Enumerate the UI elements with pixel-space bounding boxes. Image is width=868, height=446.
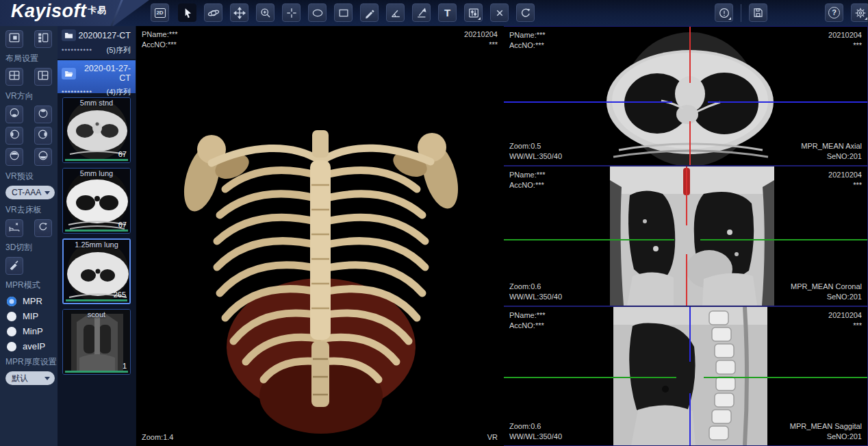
- axial-patient-overlay: PName:*** AccNO:***: [509, 30, 546, 51]
- sagittal-v-crosshair-top[interactable]: [689, 307, 691, 362]
- pan-button[interactable]: [230, 3, 248, 22]
- layout-single-button[interactable]: [5, 30, 23, 48]
- axial-v-crosshair-top[interactable]: [689, 27, 691, 83]
- rect-roi-button[interactable]: [334, 3, 353, 22]
- delete-annotation-button[interactable]: [490, 3, 509, 22]
- help-button[interactable]: ?: [825, 3, 843, 22]
- vr-direction-label: VR方向: [5, 90, 52, 102]
- layout-split-1-2-button[interactable]: [34, 68, 52, 86]
- vr-back-button[interactable]: [34, 106, 52, 123]
- mpr-mode-radio-minp[interactable]: MinP: [7, 326, 52, 336]
- series-number-text: SeNO:201: [791, 292, 862, 302]
- axial-h-crosshair-right[interactable]: [708, 101, 867, 103]
- mpr-coronal-viewport[interactable]: PName:*** AccNO:*** 20210204 *** Zoom:0.…: [503, 166, 868, 306]
- layout-thumbnails-button[interactable]: [34, 30, 52, 48]
- vr-right-button[interactable]: [34, 127, 52, 145]
- bed-reset-button[interactable]: [34, 219, 52, 237]
- series-number-text: SeNO:201: [801, 151, 862, 162]
- view-name-text: MPR_MEAN Coronal: [791, 282, 862, 292]
- ellipse-roi-button[interactable]: [308, 3, 327, 22]
- layout-grid-2x2-button[interactable]: [5, 68, 23, 86]
- mpr-axial-viewport[interactable]: PName:*** AccNO:*** 20210204 *** Zoom:0.…: [503, 26, 868, 166]
- zoom-text: Zoom:0.6: [509, 421, 562, 432]
- text-annotation-button[interactable]: T: [438, 3, 457, 22]
- cobb-angle-button[interactable]: [412, 3, 431, 22]
- settings-button[interactable]: [851, 3, 868, 22]
- window-level-button[interactable]: [464, 3, 483, 22]
- pname-text: PName:***: [142, 29, 178, 40]
- reset-button[interactable]: [516, 3, 535, 22]
- accno-text: AccNO:***: [509, 321, 546, 331]
- coronal-v-crosshair-bottom[interactable]: [686, 254, 687, 306]
- series-count: (5)序列: [107, 45, 131, 55]
- thumbnail-label: 5mm stnd: [63, 99, 130, 107]
- scalpel-button[interactable]: [5, 257, 23, 275]
- axial-v-crosshair-bottom[interactable]: [689, 121, 691, 165]
- vr-preset-dropdown[interactable]: CT-AAA: [5, 186, 55, 199]
- series-count: (4)序列: [107, 87, 131, 97]
- circular-arrow-icon: [519, 6, 533, 20]
- rotate-3d-button[interactable]: [204, 3, 222, 22]
- thumbnail-scout[interactable]: scout 1: [62, 309, 131, 375]
- mpr-mode-radio-mip[interactable]: MIP: [7, 311, 52, 321]
- view-2d-button[interactable]: 2D: [151, 3, 169, 22]
- mpr-mode-radio-mpr[interactable]: MPR: [7, 296, 52, 306]
- vr-back-icon: [37, 107, 49, 122]
- thumbnail-5mm-lung[interactable]: 5mm lung 67: [62, 168, 131, 234]
- window-level-text: WW/WL:350/40: [509, 432, 562, 442]
- measure-length-button[interactable]: [360, 3, 379, 22]
- sagittal-zoom-overlay: Zoom:0.6 WW/WL:350/40: [509, 421, 562, 442]
- radio-label: MinP: [23, 326, 43, 336]
- zoom-button[interactable]: [256, 3, 275, 22]
- vr-front-button[interactable]: [5, 106, 23, 123]
- study-date-text: 20210204: [828, 30, 862, 40]
- vr-head-button[interactable]: [5, 148, 23, 166]
- axial-h-crosshair-left[interactable]: [504, 101, 672, 103]
- coronal-h-crosshair-right[interactable]: [700, 239, 867, 240]
- sagittal-h-crosshair-right[interactable]: [704, 377, 867, 378]
- move-arrows-icon: [233, 6, 246, 20]
- axial-date-overlay: 20210204 ***: [828, 30, 862, 51]
- crosshair-icon: [285, 6, 298, 20]
- thumbnail-image-count: 67: [118, 150, 127, 158]
- vr-zoom-overlay: Zoom:1.4: [142, 432, 173, 443]
- 2d-box-icon: 2D: [155, 8, 166, 18]
- layout-thumbnails-icon: [37, 32, 49, 47]
- crosshair-button[interactable]: [282, 3, 301, 22]
- sagittal-h-crosshair-left[interactable]: [504, 377, 676, 378]
- patient-id-masked: **********: [62, 47, 92, 54]
- vr-left-button[interactable]: [5, 127, 23, 145]
- zoom-text: Zoom:1.4: [142, 432, 173, 443]
- thumbnail-label: 1.25mm lung: [64, 240, 129, 249]
- pname-text: PName:***: [509, 170, 546, 180]
- sagittal-v-crosshair-bottom[interactable]: [689, 393, 691, 445]
- accno-text: AccNO:***: [509, 40, 546, 51]
- mpr-thickness-dropdown[interactable]: 默认: [5, 371, 55, 385]
- view-type-text: VR: [487, 432, 498, 443]
- study-date-text: 20210204: [464, 29, 498, 40]
- vr-viewport[interactable]: PName:*** AccNO:*** 20210204 *** Zoom:1.…: [136, 26, 503, 446]
- layout-settings-label: 布局设置: [5, 53, 52, 64]
- mpr-mode-radio-aveip[interactable]: aveIP: [7, 341, 52, 351]
- about-button[interactable]: [715, 3, 733, 22]
- remove-bed-button[interactable]: [5, 219, 23, 237]
- study-name: 2020-01-27-CT: [76, 64, 131, 83]
- cursor-button[interactable]: [178, 3, 196, 22]
- study-item-1[interactable]: 20200127-CT ********** (5)序列: [58, 26, 136, 59]
- series-number-text: SeNO:201: [790, 432, 862, 442]
- vr-left-icon: [8, 128, 21, 143]
- pencil-icon: [363, 6, 376, 20]
- measure-angle-button[interactable]: [386, 3, 405, 22]
- vr-feet-button[interactable]: [34, 148, 52, 166]
- mpr-sagittal-viewport[interactable]: PName:*** AccNO:*** 20210204 *** Zoom:0.…: [503, 306, 868, 446]
- thumbnail-1-25mm-lung[interactable]: 1.25mm lung 265: [62, 238, 131, 304]
- pname-text: PName:***: [509, 310, 546, 321]
- thumbnail-5mm-stnd[interactable]: 5mm stnd 67: [62, 97, 131, 163]
- mpr-mode-label: MPR模式: [5, 280, 52, 291]
- export-button[interactable]: [749, 3, 767, 22]
- radio-icon: [7, 327, 16, 336]
- magnifier-plus-icon: [259, 6, 272, 20]
- coronal-v-crosshair-top[interactable]: [686, 166, 687, 225]
- study-item-2[interactable]: 2020-01-27-CT ********** (4)序列: [58, 60, 136, 93]
- coronal-h-crosshair-left[interactable]: [504, 239, 674, 240]
